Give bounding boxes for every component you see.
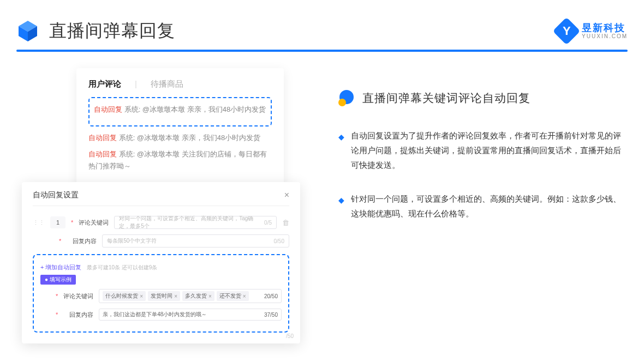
brand-icon: Y bbox=[553, 17, 581, 45]
delete-icon[interactable]: 🗑 bbox=[282, 219, 289, 227]
tag-remove-icon[interactable]: × bbox=[243, 293, 246, 299]
tag-remove-icon[interactable]: × bbox=[208, 293, 212, 299]
left-column: 用户评论 | 待播商品 自动回复 系统: @冰墩墩本墩 亲亲，我们48小时内发货… bbox=[22, 68, 306, 343]
auto-reply-tag: 自动回复 bbox=[88, 134, 117, 142]
tag-chip[interactable]: 多久发货× bbox=[182, 291, 214, 301]
example-badge: ● 填写示例 bbox=[40, 275, 76, 285]
tab-pending-goods[interactable]: 待播商品 bbox=[151, 79, 183, 89]
brand-logo: Y 昱新科技 YUUXIN.COM bbox=[557, 21, 628, 41]
example-content-label: 回复内容 bbox=[63, 311, 93, 319]
required-star: * bbox=[56, 311, 58, 318]
example-keyword-input[interactable]: 什么时候发货× 发货时间× 多久发货× 还不发货× 20/50 bbox=[99, 289, 282, 303]
auto-reply-tag: 自动回复 bbox=[94, 105, 122, 113]
example-content-text: 亲，我们这边都是下单48小时内发货的哦～ bbox=[103, 311, 207, 318]
page-header: 直播间弹幕回复 Y 昱新科技 YUUXIN.COM bbox=[0, 0, 644, 50]
counter: 37/50 bbox=[264, 312, 278, 318]
example-content-row: * 回复内容 亲，我们这边都是下单48小时内发货的哦～ 37/50 bbox=[40, 309, 282, 321]
placeholder: 对同一个问题，可设置多个相近、高频的关键词，Tag确定，最多5个 bbox=[119, 215, 264, 230]
example-highlight: + 增加自动回复 最多可建10条 还可以创建9条 ● 填写示例 * 评论关键词 … bbox=[33, 254, 289, 333]
ghost-counter: /50 bbox=[286, 333, 294, 339]
counter: 0/50 bbox=[274, 238, 284, 244]
example-keyword-label: 评论关键词 bbox=[63, 292, 93, 300]
settings-title: 自动回复设置 bbox=[33, 190, 79, 200]
comment-row: 自动回复 系统: @冰墩墩本墩 关注我们的店铺，每日都有热门推荐呦～ bbox=[88, 148, 272, 172]
required-star: * bbox=[56, 293, 58, 299]
highlighted-comment: 自动回复 系统: @冰墩墩本墩 亲亲，我们48小时内发货 bbox=[88, 97, 272, 126]
content-row: * 回复内容 每条限50个中文字符 0/50 bbox=[33, 234, 289, 248]
required-star: * bbox=[59, 238, 61, 244]
counter: 20/50 bbox=[264, 293, 278, 299]
example-keyword-row: * 评论关键词 什么时候发货× 发货时间× 多久发货× 还不发货× 20/50 bbox=[40, 289, 282, 303]
required-star: * bbox=[71, 219, 73, 226]
comments-card: 用户评论 | 待播商品 自动回复 系统: @冰墩墩本墩 亲亲，我们48小时内发货… bbox=[76, 68, 284, 188]
content-input[interactable]: 每条限50个中文字符 0/50 bbox=[102, 234, 289, 248]
close-icon[interactable]: × bbox=[284, 190, 289, 200]
diamond-icon: ◆ bbox=[338, 130, 344, 172]
bullet-text: 针对同一个问题，可设置多个相近的、高频的关键词。例如：这款多少钱、这块能优惠吗、… bbox=[351, 191, 622, 221]
comment-row: 自动回复 系统: @冰墩墩本墩 亲亲，我们48小时内发货 bbox=[88, 132, 272, 144]
example-content-input[interactable]: 亲，我们这边都是下单48小时内发货的哦～ 37/50 bbox=[99, 309, 282, 321]
drag-handle-icon[interactable]: ⋮⋮ bbox=[33, 219, 45, 226]
tag-remove-icon[interactable]: × bbox=[174, 293, 177, 299]
section-head: 直播间弹幕关键词评论自动回复 bbox=[338, 90, 622, 106]
keyword-input[interactable]: 对同一个问题，可设置多个相近、高频的关键词，Tag确定，最多5个 0/5 bbox=[114, 216, 277, 229]
bubble-icon bbox=[338, 90, 355, 106]
bullet-item: ◆ 自动回复设置为了提升作者的评论回复效率，作者可在开播前针对常见的评论用户问题… bbox=[338, 128, 622, 172]
brand-text: 昱新科技 YUUXIN.COM bbox=[582, 23, 628, 40]
add-hint: 最多可建10条 还可以创建9条 bbox=[87, 264, 157, 270]
keyword-label: 评论关键词 bbox=[79, 219, 109, 227]
index-box: 1 bbox=[50, 216, 65, 228]
header-left: 直播间弹幕回复 bbox=[16, 19, 175, 43]
tab-user-comments[interactable]: 用户评论 bbox=[88, 79, 121, 89]
tag-remove-icon[interactable]: × bbox=[140, 293, 143, 299]
bullet-item: ◆ 针对同一个问题，可设置多个相近的、高频的关键词。例如：这款多少钱、这块能优惠… bbox=[338, 191, 622, 221]
comment-row: 自动回复 系统: @冰墩墩本墩 亲亲，我们48小时内发货 bbox=[94, 104, 266, 116]
settings-header: 自动回复设置 × bbox=[33, 190, 289, 206]
comment-text: 系统: @冰墩墩本墩 亲亲，我们48小时内发货 bbox=[124, 105, 266, 113]
bullet-text: 自动回复设置为了提升作者的评论回复效率，作者可在开播前针对常见的评论用户问题，提… bbox=[351, 128, 622, 172]
add-row: + 增加自动回复 最多可建10条 还可以创建9条 bbox=[40, 262, 282, 272]
cube-icon bbox=[16, 20, 39, 43]
diamond-icon: ◆ bbox=[338, 194, 344, 221]
tab-separator: | bbox=[135, 79, 137, 89]
comment-text: 系统: @冰墩墩本墩 亲亲，我们48小时内发货 bbox=[119, 134, 261, 142]
right-column: 直播间弹幕关键词评论自动回复 ◆ 自动回复设置为了提升作者的评论回复效率，作者可… bbox=[338, 68, 622, 343]
tag-chip[interactable]: 还不发货× bbox=[217, 291, 249, 301]
section-title: 直播间弹幕关键词评论自动回复 bbox=[362, 90, 530, 106]
placeholder: 每条限50个中文字符 bbox=[107, 237, 157, 245]
brand-name: 昱新科技 bbox=[582, 23, 628, 34]
brand-url: YUUXIN.COM bbox=[582, 33, 628, 39]
tag-chip[interactable]: 什么时候发货× bbox=[103, 291, 146, 301]
tag-chip[interactable]: 发货时间× bbox=[148, 291, 180, 301]
auto-reply-tag: 自动回复 bbox=[88, 150, 117, 158]
page-title: 直播间弹幕回复 bbox=[49, 19, 175, 43]
add-auto-reply-link[interactable]: + 增加自动回复 bbox=[40, 264, 81, 270]
settings-card: 自动回复设置 × ⋮⋮ 1 * 评论关键词 对同一个问题，可设置多个相近、高频的… bbox=[22, 182, 300, 343]
counter: 0/5 bbox=[264, 220, 272, 226]
keyword-row: ⋮⋮ 1 * 评论关键词 对同一个问题，可设置多个相近、高频的关键词，Tag确定… bbox=[33, 216, 289, 229]
tabs: 用户评论 | 待播商品 bbox=[88, 79, 272, 89]
content-label: 回复内容 bbox=[67, 237, 97, 245]
